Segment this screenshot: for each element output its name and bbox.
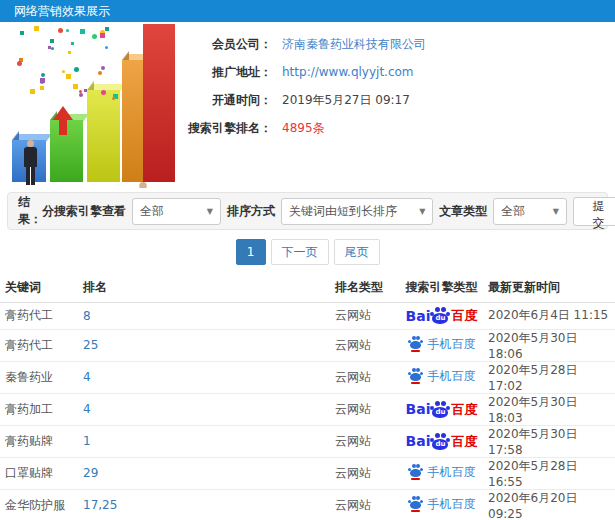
table-header-row: 关键词 排名 排名类型 搜索引擎类型 最新更新时间 — [0, 274, 615, 302]
keyword-cell: 秦鲁药业 — [0, 361, 83, 393]
table-row: 膏药贴牌 1 云网站 Baidu百度 2020年5月30日 17:58 — [0, 425, 615, 457]
updated-cell: 2020年5月30日 17:58 — [488, 425, 615, 457]
updated-cell: 2020年5月28日 16:55 — [488, 457, 615, 489]
confetti-dot — [74, 67, 79, 72]
member-info-list: 会员公司： 济南秦鲁药业科技有限公司 推广地址： http://www.qlyy… — [172, 30, 426, 142]
confetti-dot — [100, 33, 105, 38]
engine-cell: 手机百度 — [395, 457, 488, 489]
rank-link[interactable]: 29 — [83, 466, 98, 480]
page-1-button[interactable]: 1 — [236, 239, 266, 265]
confetti-dot — [105, 27, 109, 31]
sort-select[interactable]: 关键词由短到长排序 ▼ — [281, 198, 433, 225]
article-type-value: 全部 — [501, 203, 525, 220]
baidu-paw-icon: du — [430, 307, 450, 324]
confetti-dot — [34, 26, 39, 31]
confetti-dot — [48, 46, 51, 49]
baidu-paw-icon — [408, 496, 423, 511]
chevron-down-icon: ▼ — [553, 207, 559, 216]
rank-type-cell: 云网站 — [335, 425, 395, 457]
table-row: 口罩贴牌 29 云网站 手机百度 2020年5月28日 16:55 — [0, 457, 615, 489]
company-label: 会员公司： — [172, 36, 272, 53]
confetti-dot — [41, 73, 45, 77]
open-time-value: 2019年5月27日 09:17 — [282, 92, 410, 109]
header-keyword: 关键词 — [0, 274, 83, 302]
promo-url-link[interactable]: http://www.qlyyjt.com — [282, 65, 414, 79]
rank-cell: 29 — [83, 457, 335, 489]
rank-type-cell: 云网站 — [335, 361, 395, 393]
updated-cell: 2020年5月30日 18:06 — [488, 329, 615, 361]
mobile-baidu-label: 手机百度 — [428, 498, 476, 510]
rank-link[interactable]: 4 — [83, 370, 91, 384]
engine-filter-label: 分搜索引擎查看 — [42, 203, 126, 220]
table-row: 膏药加工 4 云网站 Baidu百度 2020年5月30日 18:03 — [0, 393, 615, 425]
engine-filter-value: 全部 — [140, 203, 164, 220]
company-link[interactable]: 济南秦鲁药业科技有限公司 — [282, 36, 426, 53]
rank-cell: 4 — [83, 393, 335, 425]
engine-filter-select[interactable]: 全部 ▼ — [132, 198, 221, 225]
confetti-dot — [51, 47, 54, 50]
confetti-dot — [66, 29, 69, 32]
confetti-dot — [50, 39, 54, 43]
confetti-dot — [40, 78, 45, 83]
keyword-cell: 膏药贴牌 — [0, 425, 83, 457]
up-arrow-icon — [53, 106, 73, 120]
keyword-ranking-table: 关键词 排名 排名类型 搜索引擎类型 最新更新时间 膏药代工 8 云网站 Bai… — [0, 274, 615, 520]
mobile-baidu-icon: 手机百度 — [408, 496, 476, 511]
sort-value: 关键词由短到长排序 — [289, 203, 397, 220]
rank-link[interactable]: 8 — [83, 309, 91, 323]
sort-label: 排序方式 — [227, 203, 275, 220]
engine-cell: 手机百度 — [395, 329, 488, 361]
header-engine-type: 搜索引擎类型 — [395, 274, 488, 302]
bar-chart-illustration — [0, 24, 175, 188]
article-type-label: 文章类型 — [439, 203, 487, 220]
engine-cell: Baidu百度 — [395, 302, 488, 329]
confetti-dot — [101, 90, 106, 95]
rank-type-cell: 云网站 — [335, 393, 395, 425]
baidu-paw-icon — [408, 368, 423, 383]
rank-link[interactable]: 4 — [83, 402, 91, 416]
keyword-cell: 口罩贴牌 — [0, 457, 83, 489]
page-title-bar: 网络营销效果展示 — [0, 0, 615, 22]
mobile-baidu-icon: 手机百度 — [408, 336, 476, 351]
member-info-section: 会员公司： 济南秦鲁药业科技有限公司 推广地址： http://www.qlyy… — [0, 22, 615, 190]
table-row: 金华防护服 17,25 云网站 手机百度 2020年6月20日 09:25 — [0, 489, 615, 520]
rank-count-value: 4895条 — [282, 120, 325, 137]
rank-link[interactable]: 1 — [83, 434, 91, 448]
updated-cell: 2020年5月30日 18:03 — [488, 393, 615, 425]
baidu-paw-icon: du — [430, 433, 450, 450]
keyword-cell: 金华防护服 — [0, 489, 83, 520]
baidu-logo-icon: Baidu百度 — [406, 401, 478, 418]
baidu-paw-icon: du — [430, 401, 450, 418]
info-row-rank-count: 搜索引擎排名： 4895条 — [172, 114, 426, 142]
submit-button[interactable]: 提交 — [573, 197, 615, 226]
article-type-select[interactable]: 全部 ▼ — [493, 198, 567, 225]
baidu-paw-icon — [408, 336, 423, 351]
header-rank: 排名 — [83, 274, 335, 302]
updated-cell: 2020年6月4日 11:15 — [488, 302, 615, 329]
rank-count-label: 搜索引擎排名： — [172, 120, 272, 137]
confetti-dot — [112, 97, 115, 100]
info-row-company: 会员公司： 济南秦鲁药业科技有限公司 — [172, 30, 426, 58]
rank-link[interactable]: 25 — [83, 338, 98, 352]
confetti-dot — [40, 86, 44, 90]
rank-type-cell: 云网站 — [335, 489, 395, 520]
baidu-cn-text: 百度 — [451, 309, 477, 322]
last-page-button[interactable]: 尾页 — [334, 239, 380, 265]
chevron-down-icon: ▼ — [207, 207, 213, 216]
info-row-open-time: 开通时间： 2019年5月27日 09:17 — [172, 86, 426, 114]
header-rank-type: 排名类型 — [335, 274, 395, 302]
engine-cell: Baidu百度 — [395, 425, 488, 457]
next-page-button[interactable]: 下一页 — [271, 239, 329, 265]
confetti-dot — [80, 29, 85, 34]
updated-cell: 2020年6月20日 09:25 — [488, 489, 615, 520]
mobile-baidu-icon: 手机百度 — [408, 464, 476, 479]
confetti-dot — [101, 66, 105, 70]
rank-link[interactable]: 17,25 — [83, 498, 117, 512]
updated-cell: 2020年5月28日 17:02 — [488, 361, 615, 393]
confetti-dot — [30, 89, 35, 94]
rank-type-cell: 云网站 — [335, 302, 395, 329]
rank-cell: 8 — [83, 302, 335, 329]
confetti-dot — [62, 70, 65, 73]
table-row: 膏药代工 8 云网站 Baidu百度 2020年6月4日 11:15 — [0, 302, 615, 329]
confetti-dot — [58, 28, 63, 33]
